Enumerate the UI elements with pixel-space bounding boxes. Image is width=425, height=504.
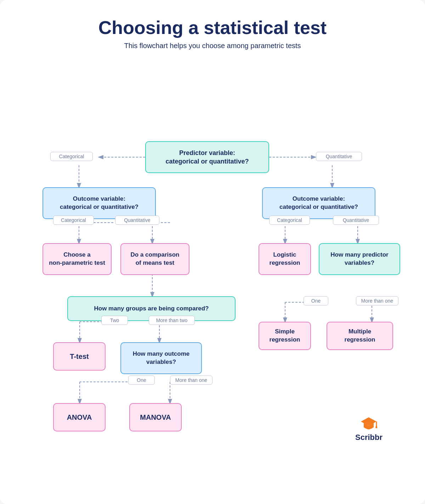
flowchart: Predictor variable: categorical or quant…: [21, 67, 404, 456]
label-quantitative-right: Quantitative: [316, 152, 362, 161]
anova-box: ANOVA: [53, 403, 106, 431]
svg-marker-29: [361, 417, 376, 426]
label-quantitative-r2: Quantitative: [333, 216, 379, 225]
label-quantitative-l2: Quantitative: [115, 216, 159, 225]
label-categorical-r2: Categorical: [269, 216, 310, 225]
label-more-than-two: More than two: [149, 316, 195, 325]
label-more-than-one-right: More than one: [356, 296, 398, 305]
label-more-than-one-left: More than one: [170, 376, 212, 385]
page: Choosing a statistical test This flowcha…: [0, 0, 425, 504]
scribbr-name: Scribbr: [355, 433, 382, 442]
page-title: Choosing a statistical test: [21, 17, 404, 38]
multiple-regression-box: Multiple regression: [327, 322, 393, 350]
svg-point-31: [375, 426, 377, 428]
label-two: Two: [101, 316, 128, 325]
page-subtitle: This flowchart helps you choose among pa…: [21, 42, 404, 50]
how-many-pred-box: How many predictor variables?: [319, 243, 400, 275]
predictor-box: Predictor variable: categorical or quant…: [145, 141, 269, 173]
how-many-outcome-box: How many outcome variables?: [120, 342, 202, 374]
label-categorical-left: Categorical: [50, 152, 93, 161]
scribbr-logo: Scribbr: [355, 414, 382, 442]
logistic-box: Logistic regression: [259, 243, 311, 275]
scribbr-icon: [360, 414, 377, 431]
manova-box: MANOVA: [129, 403, 182, 431]
label-one-left: One: [128, 376, 155, 385]
comparison-box: Do a comparison of means test: [120, 243, 189, 275]
non-parametric-box: Choose a non-parametric test: [42, 243, 112, 275]
simple-regression-box: Simple regression: [259, 322, 311, 350]
outcome-left-box: Outcome variable: categorical or quantit…: [42, 187, 156, 219]
outcome-right-box: Outcome variable: categorical or quantit…: [262, 187, 375, 219]
t-test-box: T-test: [53, 342, 106, 371]
label-categorical-l2: Categorical: [53, 216, 94, 225]
label-one-right: One: [304, 296, 328, 305]
